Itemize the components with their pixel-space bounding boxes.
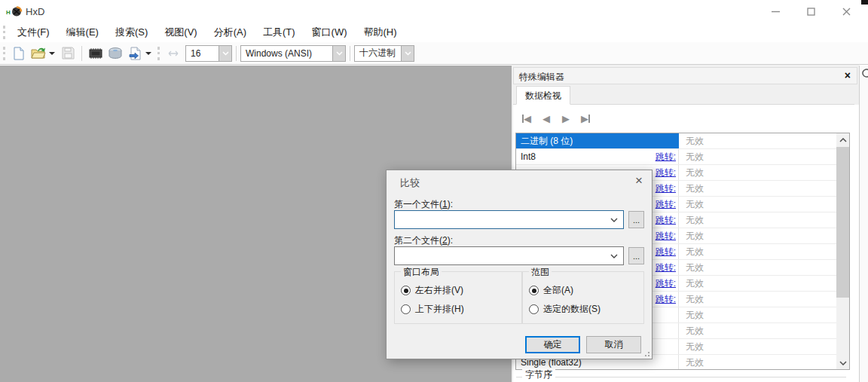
inspector-row[interactable]: 二进制 (8 位)无效: [516, 133, 836, 149]
byte-order-group-border: [516, 377, 846, 377]
open-file-button[interactable]: [29, 44, 47, 63]
radio-button-icon: [529, 286, 539, 295]
menu-item-analysis[interactable]: 分析(A): [206, 23, 255, 42]
row-value: 无效: [679, 165, 836, 180]
cancel-button[interactable]: 取消: [586, 336, 641, 353]
menu-item-search[interactable]: 搜索(S): [107, 23, 156, 42]
file2-browse-button[interactable]: ...: [628, 247, 644, 264]
toolbar-grip[interactable]: [3, 47, 5, 60]
panel-close-button[interactable]: ×: [845, 69, 851, 81]
goto-link[interactable]: 跳转:: [656, 261, 676, 274]
bytes-per-row-value: 16: [191, 48, 200, 59]
row-label: 二进制 (8 位): [521, 135, 573, 148]
menu-item-window[interactable]: 窗口(W): [304, 23, 356, 42]
menu-item-help[interactable]: 帮助(H): [356, 23, 405, 42]
window-layout-group: 窗口布局 左右并排(V) 上下并排(H): [394, 271, 522, 324]
radio-all[interactable]: 全部(A): [529, 284, 573, 297]
row-value: 无效: [679, 307, 836, 322]
offset-base-select[interactable]: 十六进制: [354, 45, 414, 62]
dialog-title: 比较: [400, 176, 420, 190]
menu-item-view[interactable]: 视图(V): [156, 23, 205, 42]
ok-button[interactable]: 确定: [525, 336, 580, 353]
window-title: HxD: [26, 6, 44, 17]
file1-combobox[interactable]: [394, 210, 624, 229]
title-bar: H HxD: [0, 0, 868, 23]
menu-item-tools[interactable]: 工具(T): [255, 23, 304, 42]
row-value: 无效: [679, 197, 836, 212]
chevron-down-icon: [610, 218, 618, 222]
refresh-icon: [861, 67, 868, 79]
toolbar: 16 Windows (ANSI) 十六进制: [0, 42, 868, 65]
toolbar-separator: [81, 46, 82, 61]
toolbar-separator: [350, 46, 350, 61]
open-ram-button[interactable]: [87, 44, 105, 63]
offset-base-value: 十六进制: [359, 47, 396, 60]
maximize-button[interactable]: [793, 0, 829, 23]
toolbar-grip-2[interactable]: [157, 47, 160, 60]
offset-base-dropdown[interactable]: [401, 46, 414, 61]
row-value: 无效: [679, 228, 836, 243]
file1-browse-button[interactable]: ...: [628, 211, 644, 228]
export-button[interactable]: [126, 44, 144, 63]
radio-button-icon: [401, 286, 411, 295]
goto-link[interactable]: 跳转:: [656, 151, 676, 163]
row-value: 无效: [679, 181, 836, 196]
encoding-value: Windows (ANSI): [246, 48, 312, 59]
panel-tabstrip: 数据检视: [513, 84, 854, 105]
scroll-down-button[interactable]: [836, 356, 849, 369]
nav-next-button[interactable]: ▶: [558, 111, 573, 126]
inspector-row[interactable]: Int8跳转:无效: [516, 149, 836, 165]
radio-button-icon: [401, 304, 411, 314]
compare-dialog: 比较 × 第一个文件(1): ... 第二个文件(2): ... 窗口布局 左右…: [386, 170, 653, 359]
row-label: Int8: [521, 151, 536, 162]
goto-link[interactable]: 跳转:: [656, 198, 676, 211]
close-button[interactable]: [829, 0, 864, 23]
nav-last-button[interactable]: ▶: [578, 111, 593, 126]
scrollbar-thumb[interactable]: [836, 147, 849, 298]
bytes-per-row-select[interactable]: 16: [185, 45, 232, 62]
toolbar-separator: [236, 46, 237, 61]
menu-item-file[interactable]: 文件(F): [9, 23, 58, 42]
goto-link[interactable]: 跳转:: [656, 230, 676, 243]
background-window-fragment: [861, 0, 868, 5]
radio-button-icon: [529, 304, 539, 314]
export-dropdown-caret[interactable]: [145, 52, 151, 55]
radio-selected-data[interactable]: 选定的数据(S): [529, 303, 601, 316]
file2-combobox[interactable]: [394, 246, 624, 265]
goto-link[interactable]: 跳转:: [656, 182, 676, 195]
open-disk-button[interactable]: [106, 44, 124, 63]
goto-link[interactable]: 跳转:: [656, 293, 676, 306]
encoding-select[interactable]: Windows (ANSI): [240, 45, 346, 62]
menu-item-edit[interactable]: 编辑(E): [58, 23, 107, 42]
radio-side-by-side[interactable]: 左右并排(V): [401, 284, 463, 297]
goto-link[interactable]: 跳转:: [656, 246, 676, 258]
new-file-button[interactable]: [10, 44, 28, 63]
goto-link[interactable]: 跳转:: [656, 167, 676, 179]
range-group-title: 范围: [529, 266, 552, 279]
row-value: 无效: [679, 149, 836, 164]
window-layout-group-title: 窗口布局: [401, 266, 442, 279]
bytes-per-row-dropdown[interactable]: [219, 46, 231, 61]
goto-link[interactable]: 跳转:: [656, 214, 676, 227]
open-dropdown-caret[interactable]: [49, 52, 55, 55]
hxd-app-icon: H: [6, 6, 23, 17]
goto-link[interactable]: 跳转:: [656, 277, 676, 290]
resize-grip[interactable]: [643, 350, 650, 357]
row-value: 无效: [679, 339, 836, 354]
inspector-scrollbar[interactable]: [836, 133, 849, 369]
range-group: 范围 全部(A) 选定的数据(S): [522, 271, 644, 324]
row-width-icon: [164, 44, 182, 63]
radio-top-bottom[interactable]: 上下并排(H): [401, 303, 464, 316]
minimize-button[interactable]: [758, 0, 793, 23]
nav-first-button[interactable]: ◀: [519, 111, 534, 126]
menubar-grip[interactable]: [3, 26, 5, 39]
encoding-dropdown[interactable]: [332, 46, 345, 61]
row-value: 无效: [679, 355, 836, 370]
tab-data-inspector[interactable]: 数据检视: [516, 86, 570, 105]
save-button[interactable]: [59, 44, 77, 63]
collapsed-dock-strip[interactable]: [859, 66, 868, 382]
row-value: 无效: [679, 323, 836, 338]
nav-previous-button[interactable]: ◀: [539, 111, 554, 126]
scroll-up-button[interactable]: [836, 133, 849, 146]
dialog-close-button[interactable]: ×: [635, 173, 643, 188]
